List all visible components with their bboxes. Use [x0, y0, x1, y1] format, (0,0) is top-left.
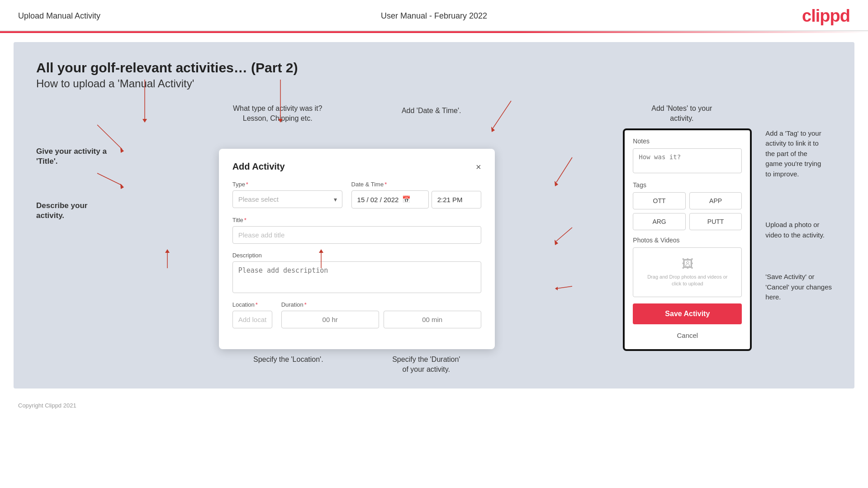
image-icon: 🖼 — [682, 257, 693, 271]
logo: clippd — [802, 6, 850, 26]
notes-label: Notes — [633, 137, 742, 145]
tag-arg[interactable]: ARG — [633, 213, 686, 230]
ann-title-text: Give your activity a'Title'. — [36, 147, 118, 166]
tag-app[interactable]: APP — [689, 192, 742, 209]
modal-title: Add Activity — [232, 161, 285, 172]
duration-inputs — [281, 311, 481, 328]
type-select[interactable]: Please select — [232, 190, 342, 208]
ann-duration-text: Specify the 'Duration'of your activity. — [392, 355, 460, 375]
title-label: Title* — [232, 217, 481, 223]
form-row-location-duration: Location* Duration* — [232, 301, 481, 328]
page-title: Upload Manual Activity — [18, 11, 100, 21]
form-group-duration: Duration* — [281, 301, 481, 328]
ann-save-text: 'Save Activity' or'Cancel' your changesh… — [765, 272, 832, 303]
duration-label: Duration* — [281, 301, 481, 308]
date-value: 15 / 02 / 2022 — [357, 196, 399, 204]
section-title: All your golf-relevant activities… (Part… — [36, 60, 832, 76]
ann-location-text: Specify the 'Location'. — [253, 355, 323, 375]
form-group-type: Type* Please select ▾ — [232, 181, 342, 208]
section-subtitle: How to upload a 'Manual Activity' — [36, 77, 832, 90]
phone-mockup: Notes Tags OTT APP ARG PUTT Photos & Vid… — [623, 128, 752, 351]
right-area: Add 'Notes' to youractivity. Notes Tags … — [614, 104, 832, 351]
tags-label: Tags — [633, 181, 742, 189]
tag-putt[interactable]: PUTT — [689, 213, 742, 230]
ann-tag-text: Add a 'Tag' to youractivity to link it t… — [765, 128, 832, 180]
footer: Copyright Clippd 2021 — [0, 398, 868, 413]
ann-notes-text: Add 'Notes' to youractivity. — [641, 104, 722, 124]
description-input[interactable] — [232, 261, 481, 293]
form-group-location: Location* — [232, 301, 272, 328]
cancel-button[interactable]: Cancel — [668, 329, 707, 342]
save-activity-button[interactable]: Save Activity — [633, 303, 742, 324]
right-annotations: Add a 'Tag' to youractivity to link it t… — [765, 128, 832, 303]
left-annotations: Give your activity a'Title'. Describe yo… — [36, 104, 127, 284]
type-label: Type* — [232, 181, 342, 188]
calendar-icon[interactable]: 📅 — [402, 195, 411, 204]
ann-description-text: Describe youractivity. — [36, 201, 118, 221]
modal-header: Add Activity × — [232, 161, 481, 172]
duration-hr-input[interactable] — [281, 311, 379, 328]
type-select-wrapper: Please select ▾ — [232, 190, 342, 208]
top-bar: Upload Manual Activity User Manual - Feb… — [0, 0, 868, 31]
modal-close-button[interactable]: × — [476, 162, 481, 171]
manual-title: User Manual - February 2022 — [381, 11, 487, 21]
location-input[interactable] — [232, 311, 272, 328]
phone-content: Notes Tags OTT APP ARG PUTT Photos & Vid… — [625, 130, 750, 349]
title-input[interactable] — [232, 226, 481, 244]
tags-grid: OTT APP ARG PUTT — [633, 192, 742, 230]
photos-drop-zone[interactable]: 🖼 Drag and Drop photos and videos or cli… — [633, 247, 742, 297]
photos-drop-text: Drag and Drop photos and videos or click… — [642, 274, 732, 288]
datetime-label: Date & Time* — [351, 181, 481, 188]
time-input[interactable] — [432, 191, 481, 208]
form-row-type-date: Type* Please select ▾ Date & Time* — [232, 181, 481, 208]
main-content: All your golf-relevant activities… (Part… — [14, 42, 854, 389]
photos-label: Photos & Videos — [633, 237, 742, 244]
ann-datetime-text: Add 'Date & Time'. — [386, 106, 477, 116]
duration-min-input[interactable] — [384, 311, 481, 328]
notes-input[interactable] — [633, 148, 742, 173]
form-group-title: Title* — [232, 217, 481, 244]
modal-area: What type of activity was it?Lesson, Chi… — [127, 104, 587, 375]
location-label: Location* — [232, 301, 272, 308]
form-group-datetime: Date & Time* 15 / 02 / 2022 📅 — [351, 181, 481, 208]
ann-photo-text: Upload a photo orvideo to the activity. — [765, 220, 832, 240]
add-activity-modal: Add Activity × Type* Please select ▾ — [219, 149, 495, 349]
tag-ott[interactable]: OTT — [633, 192, 686, 209]
copyright-text: Copyright Clippd 2021 — [18, 402, 76, 409]
form-group-description: Description — [232, 252, 481, 293]
accent-line — [0, 31, 868, 33]
ann-type-text: What type of activity was it?Lesson, Chi… — [228, 104, 327, 124]
description-label: Description — [232, 252, 481, 259]
